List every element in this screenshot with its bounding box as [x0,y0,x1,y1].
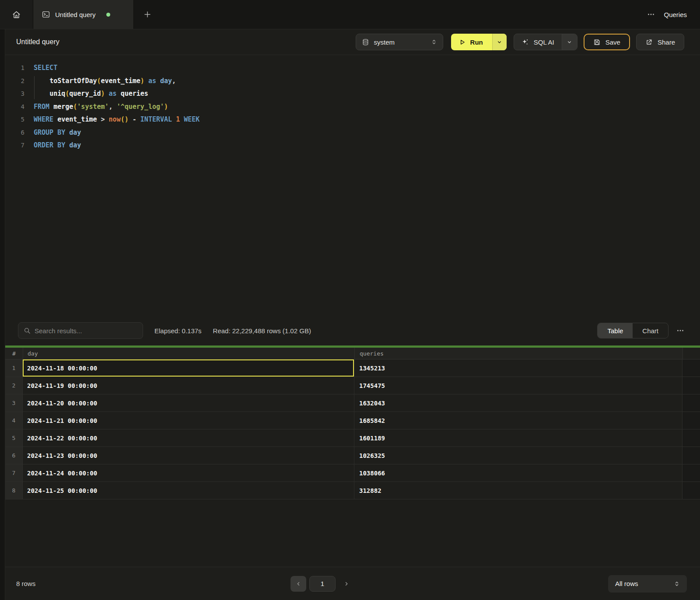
play-icon [458,38,466,46]
code-line[interactable]: 3 uniq(query_id) as queries [5,87,700,101]
search-icon [24,327,31,334]
pagination: 1 [290,576,354,592]
code-line[interactable]: 1SELECT [5,62,700,75]
topbar-more-button[interactable] [647,10,655,18]
row-gutter [682,412,700,429]
results-empty-area [5,499,700,567]
code-line[interactable]: 5WHERE event_time > now() - INTERVAL 1 W… [5,113,700,126]
database-selector[interactable]: system [356,34,443,50]
updown-chevron-icon [431,39,437,45]
day-cell[interactable]: 2024-11-21 00:00:00 [23,412,354,429]
day-cell[interactable]: 2024-11-25 00:00:00 [23,482,354,499]
queries-cell[interactable]: 1601189 [354,429,682,447]
run-button[interactable]: Run [451,34,492,50]
save-icon [593,38,601,46]
page-size-value: All rows [615,580,638,587]
row-index-cell: 5 [5,429,23,447]
save-button[interactable]: Save [584,34,630,50]
row-index-cell: 2 [5,377,23,394]
tab-chart-view[interactable]: Chart [633,323,668,338]
new-tab-button[interactable] [134,0,161,29]
search-results-input[interactable] [35,327,137,335]
chevron-down-icon [497,39,502,45]
column-header-queries[interactable]: queries [354,348,682,359]
indent-guide [34,76,35,99]
queries-cell[interactable]: 1745475 [354,377,682,394]
sql-editor[interactable]: 1SELECT2 toStartOfDay(event_time) as day… [5,55,700,316]
sql-ai-options-button[interactable] [562,34,577,50]
line-number: 5 [11,113,24,126]
queries-cell[interactable]: 312882 [354,482,682,499]
header-gutter [682,348,700,359]
tab-title: Untitled query [55,11,96,18]
queries-link[interactable]: Queries [664,11,687,18]
tab-untitled-query[interactable]: Untitled query [33,0,134,29]
save-button-label: Save [606,38,620,46]
day-cell[interactable]: 2024-11-24 00:00:00 [23,464,354,481]
line-number: 1 [11,62,24,75]
terminal-icon [42,10,50,18]
queries-cell[interactable]: 1632043 [354,394,682,412]
row-gutter [682,394,700,412]
table-row: 82024-11-25 00:00:00312882 [5,482,700,499]
table-row: 32024-11-20 00:00:001632043 [5,394,700,412]
previous-page-button[interactable] [290,576,306,592]
results-more-button[interactable] [676,327,684,335]
queries-cell[interactable]: 1345213 [354,359,682,377]
row-index-cell: 6 [5,447,23,464]
sql-console-app: Untitled query Queries Untitled query [0,0,700,600]
row-index-cell: 3 [5,394,23,412]
row-gutter [682,482,700,499]
chevron-left-icon [295,581,301,587]
results-toolbar: Elapsed: 0.137s Read: 22,229,488 rows (1… [5,316,700,345]
plus-icon [144,10,151,18]
day-cell[interactable]: 2024-11-23 00:00:00 [23,447,354,464]
home-button[interactable] [0,0,33,29]
day-cell[interactable]: 2024-11-22 00:00:00 [23,429,354,447]
line-number: 3 [11,87,24,101]
day-cell[interactable]: 2024-11-19 00:00:00 [23,377,354,394]
table-row: 42024-11-21 00:00:001685842 [5,412,700,429]
next-page-button[interactable] [339,576,354,592]
row-index-cell: 4 [5,412,23,429]
queries-cell[interactable]: 1038066 [354,464,682,481]
topbar-right: Queries [647,0,700,29]
code-line[interactable]: 6GROUP BY day [5,126,700,140]
database-selector-value: system [374,38,395,46]
code-lines: 1SELECT2 toStartOfDay(event_time) as day… [5,62,700,152]
day-cell[interactable]: 2024-11-20 00:00:00 [23,394,354,412]
table-row: 52024-11-22 00:00:001601189 [5,429,700,447]
code-line[interactable]: 2 toStartOfDay(event_time) as day, [5,75,700,88]
code-line-text: ORDER BY day [24,139,81,152]
query-toolbar: Untitled query system [5,29,700,55]
run-options-button[interactable] [492,34,507,50]
queries-cell[interactable]: 1685842 [354,412,682,429]
search-box[interactable] [18,322,143,339]
share-button[interactable]: Share [636,34,684,50]
code-line[interactable]: 4FROM merge('system', '^query_log') [5,101,700,114]
view-toggle: Table Chart [597,323,668,338]
tab-table-view[interactable]: Table [598,323,633,338]
row-index-cell: 8 [5,482,23,499]
day-cell[interactable]: 2024-11-18 00:00:00 [23,359,354,377]
results-table-body: 12024-11-18 00:00:00134521322024-11-19 0… [5,359,700,499]
left-edge-strip [0,29,5,600]
row-gutter [682,447,700,464]
updown-chevron-icon [674,581,680,587]
database-icon [362,38,369,46]
row-count-label: 8 rows [16,580,35,587]
results-table-header: # day queries [5,348,700,359]
chevron-down-icon [567,39,572,45]
sql-ai-button[interactable]: SQL AI [514,34,562,50]
queries-cell[interactable]: 1026325 [354,447,682,464]
share-button-label: Share [658,38,675,46]
column-header-index[interactable]: # [5,348,23,359]
code-line-text: SELECT [24,62,57,75]
row-gutter [682,429,700,447]
current-page-button[interactable]: 1 [309,576,336,592]
code-line[interactable]: 7ORDER BY day [5,139,700,152]
row-gutter [682,377,700,394]
page-size-selector[interactable]: All rows [608,575,687,593]
column-header-day[interactable]: day [23,348,354,359]
code-line-text: uniq(query_id) as queries [24,87,148,101]
